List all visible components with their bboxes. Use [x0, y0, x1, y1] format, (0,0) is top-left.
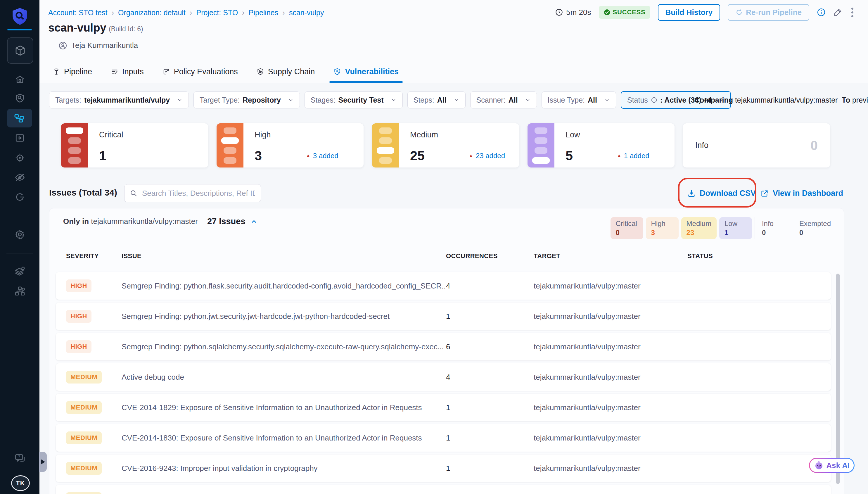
sidebar-item-project-settings[interactable] — [0, 264, 39, 278]
breadcrumb-separator: › — [190, 8, 192, 17]
breadcrumb-org[interactable]: Organization: default — [118, 8, 186, 17]
kebab-menu-icon[interactable] — [850, 6, 854, 18]
vulnerabilities-shield-icon — [333, 68, 341, 75]
tab-vulnerabilities[interactable]: Vulnerabilities — [333, 62, 399, 81]
table-row-partial[interactable]: MEDIUM CVE-2017-11424: PyJWT ... 1 tejak… — [56, 485, 831, 494]
issues-total-heading: Issues (Total 34) — [49, 188, 117, 197]
edit-pencil-icon[interactable] — [833, 7, 843, 17]
card-label: Medium — [410, 130, 519, 139]
sidebar-item-scans[interactable] — [0, 92, 39, 104]
sidebar-item-org-settings[interactable] — [0, 284, 39, 298]
filter-targets[interactable]: Targets:tejakummarikuntla/vulpy — [49, 92, 189, 109]
table-row[interactable]: HIGH Semgrep Finding: python.jwt.securit… — [56, 303, 831, 330]
target-name: tejakummarikuntla/vulpy:master — [534, 434, 688, 442]
sidebar-item-pipelines-active[interactable] — [7, 109, 32, 128]
issue-title[interactable]: Semgrep Finding: python.sqlalchemy.secur… — [121, 342, 446, 352]
tab-pipeline[interactable]: Pipeline — [53, 62, 92, 81]
policy-check-icon — [162, 68, 170, 75]
chevron-down-icon — [177, 97, 183, 103]
sto-shield-logo-icon[interactable] — [0, 5, 39, 27]
card-label: Low — [565, 130, 675, 139]
severity-card-medium[interactable]: Medium 25 ▲23 added — [372, 124, 519, 168]
severity-card-critical[interactable]: Critical 1 — [61, 124, 208, 168]
col-issue: ISSUE — [121, 252, 446, 260]
filter-target-type[interactable]: Target Type:Repository — [193, 92, 300, 109]
module-selector-button[interactable] — [7, 37, 33, 64]
breadcrumb-project[interactable]: Project: STO — [196, 8, 238, 17]
breadcrumb-pipelines[interactable]: Pipelines — [249, 8, 278, 17]
severity-badge: HIGH — [66, 340, 92, 353]
issue-title[interactable]: Semgrep Finding: python.jwt.security.jwt… — [121, 312, 446, 321]
severity-count-badges: Critical0 High3 Medium23 Low1 Info0 Exem… — [608, 217, 836, 239]
severity-card-info[interactable]: Info 0 — [683, 124, 830, 168]
table-row[interactable]: HIGH Semgrep Finding: python.sqlalchemy.… — [56, 333, 831, 360]
issue-title[interactable]: CVE-2014-1830: Exposure of Sensitive Inf… — [121, 434, 446, 442]
filter-stages[interactable]: Stages:Security Test — [305, 92, 403, 109]
vertical-scrollbar[interactable] — [836, 273, 840, 484]
severity-card-low[interactable]: Low 5 ▲1 added — [527, 124, 675, 168]
table-row[interactable]: MEDIUM CVE-2016-9243: Improper input val… — [56, 455, 831, 482]
breadcrumb: Account: STO test› Organization: default… — [48, 8, 324, 17]
ask-ai-button[interactable]: Ask AI — [809, 458, 854, 473]
tab-supply-chain[interactable]: Supply Chain — [256, 62, 315, 81]
sidebar-expand-handle[interactable] — [39, 452, 47, 472]
download-icon — [688, 189, 696, 197]
severity-badge: MEDIUM — [66, 492, 102, 494]
table-row[interactable]: HIGH Semgrep Finding: python.flask.secur… — [56, 272, 831, 300]
sidebar-item-settings[interactable] — [0, 228, 39, 241]
tab-policy-evaluations[interactable]: Policy Evaluations — [162, 62, 238, 81]
page-title: scan-vulpy — [48, 22, 107, 34]
chevron-up-icon[interactable] — [250, 218, 258, 225]
user-avatar[interactable]: TK — [11, 475, 30, 491]
high-severity-bar-icon — [216, 124, 244, 168]
severity-badge: HIGH — [66, 280, 92, 292]
sidebar-item-exit[interactable] — [0, 191, 39, 203]
filter-issue-type[interactable]: Issue Type:All — [542, 92, 616, 109]
added-indicator: ▲1 added — [617, 152, 650, 160]
table-header-row: SEVERITY ISSUE OCCURRENCES TARGET STATUS — [66, 252, 826, 260]
severity-card-high[interactable]: High 3 ▲3 added — [216, 124, 364, 168]
up-triangle-icon: ▲ — [617, 153, 622, 159]
occurrences-count: 1 — [446, 464, 534, 473]
group-issue-count: 27 Issues — [207, 216, 246, 226]
refresh-icon — [735, 8, 743, 16]
table-row[interactable]: MEDIUM CVE-2014-1830: Exposure of Sensit… — [56, 424, 831, 452]
chevron-down-icon — [288, 97, 294, 103]
severity-badge: MEDIUM — [66, 370, 102, 383]
badge-critical: Critical0 — [611, 217, 643, 239]
issue-title[interactable]: CVE-2016-9243: Improper input validation… — [121, 464, 446, 473]
sidebar-item-targets[interactable] — [0, 152, 39, 164]
search-input[interactable] — [141, 189, 255, 198]
badge-high: High3 — [646, 217, 679, 239]
issue-title[interactable]: Semgrep Finding: python.flask.security.a… — [121, 282, 446, 290]
issue-title[interactable]: CVE-2014-1829: Exposure of Sensitive Inf… — [121, 403, 446, 412]
table-row[interactable]: MEDIUM Active debug code 4 tejakummariku… — [56, 363, 831, 391]
occurrences-count: 1 — [446, 312, 534, 321]
target-name: tejakummarikuntla/vulpy:master — [534, 312, 688, 321]
info-circle-icon[interactable] — [817, 8, 826, 17]
filter-steps[interactable]: Steps:All — [407, 92, 466, 109]
user-icon — [58, 41, 67, 50]
filter-bar: Targets:tejakummarikuntla/vulpy Target T… — [49, 91, 731, 109]
sidebar-item-eye-off[interactable] — [0, 172, 39, 183]
card-count: 5 — [565, 148, 573, 164]
supply-chain-shield-icon — [256, 68, 264, 75]
view-in-dashboard-button[interactable]: View in Dashboard — [760, 189, 843, 198]
ask-ai-label: Ask AI — [827, 461, 850, 470]
comparison-group-header[interactable]: Only in tejakummarikuntla/vulpy:master 2… — [63, 216, 258, 226]
breadcrumb-account[interactable]: Account: STO test — [48, 8, 107, 17]
sidebar-item-home[interactable] — [0, 74, 39, 86]
issues-search[interactable] — [124, 184, 261, 202]
build-history-button[interactable]: Build History — [658, 4, 720, 21]
filter-scanner[interactable]: Scanner:All — [470, 92, 537, 109]
download-csv-button[interactable]: Download CSV — [688, 189, 756, 198]
issue-title[interactable]: Active debug code — [121, 373, 446, 382]
sidebar-item-executions[interactable] — [0, 132, 39, 144]
table-row[interactable]: MEDIUM CVE-2014-1829: Exposure of Sensit… — [56, 394, 831, 421]
tab-inputs[interactable]: Inputs — [111, 62, 144, 81]
sidebar-item-help-chat[interactable]: ? — [0, 452, 39, 466]
rerun-pipeline-button[interactable]: Re-run Pipeline — [728, 4, 809, 21]
breadcrumb-pipeline-name[interactable]: scan-vulpy — [289, 8, 324, 17]
target-name: tejakummarikuntla/vulpy:master — [534, 403, 688, 412]
issues-panel: Only in tejakummarikuntla/vulpy:master 2… — [49, 208, 844, 494]
